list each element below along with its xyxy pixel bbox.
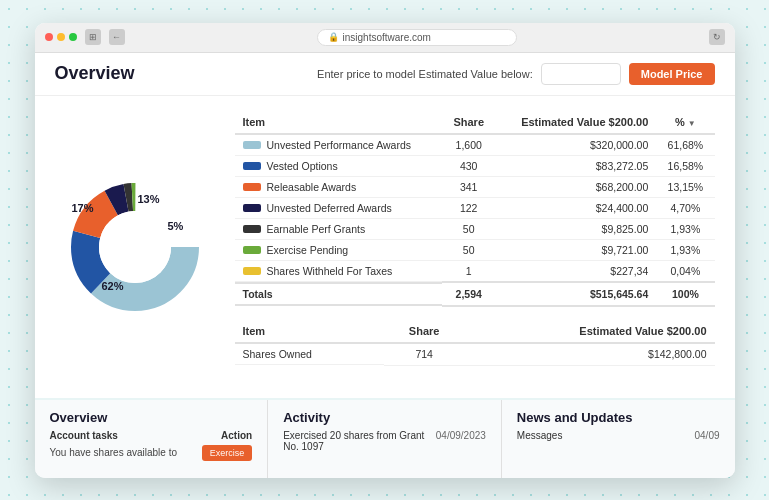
row-value: $227,34 [495, 261, 656, 283]
row-share: 430 [442, 156, 494, 177]
table-row: Shares Owned 714 $142,800.00 [235, 343, 715, 365]
row-share: 50 [442, 219, 494, 240]
browser-window: ⊞ ← 🔒 insightsoftware.com ↻ Overview Ent… [35, 23, 735, 478]
minimize-dot[interactable] [57, 33, 65, 41]
row-value: $9,825.00 [495, 219, 656, 240]
messages-date: 04/09 [694, 430, 719, 441]
row-item: Exercise Pending [235, 240, 443, 261]
col-item: Item [235, 111, 443, 134]
secondary-table-header: Item Share Estimated Value $200.00 [235, 315, 715, 343]
close-dot[interactable] [45, 33, 53, 41]
row-pct: 4,70% [656, 198, 714, 219]
donut-chart: 62% 17% 13% 5% [60, 172, 210, 322]
bottom-news-section: News and Updates Messages 04/09 [502, 400, 735, 478]
news-row: Messages 04/09 [517, 430, 720, 441]
sort-icon: ▼ [688, 119, 696, 128]
row2-share: 714 [384, 343, 465, 365]
maximize-dot[interactable] [69, 33, 77, 41]
row-label: Vested Options [267, 160, 338, 172]
color-swatch [243, 162, 261, 170]
row-item: Earnable Perf Grants [235, 219, 443, 240]
chart-label-17: 17% [72, 202, 94, 214]
row2-value: $142,800.00 [465, 343, 715, 365]
totals-label-text: Totals [243, 288, 273, 300]
address-text: insightsoftware.com [343, 32, 431, 43]
row-label: Earnable Perf Grants [267, 223, 366, 235]
table-row: Unvested Performance Awards 1,600 $320,0… [235, 134, 715, 156]
row-value: $24,400.00 [495, 198, 656, 219]
table-area: Item Share Estimated Value $200.00 % ▼ [235, 111, 715, 383]
bottom-news-title: News and Updates [517, 410, 720, 425]
lock-icon: 🔒 [328, 32, 339, 42]
row-value: $9,721.00 [495, 240, 656, 261]
row-value: $83,272.05 [495, 156, 656, 177]
task-desc: You have shares available to [50, 447, 178, 458]
model-price-input[interactable] [541, 63, 621, 85]
row-pct: 1,93% [656, 219, 714, 240]
col-share: Share [442, 111, 494, 134]
row-value: $68,200.00 [495, 177, 656, 198]
back-button[interactable]: ← [109, 29, 125, 45]
totals-row: Totals 2,594 $515,645.64 100% [235, 282, 715, 306]
row-label: Shares Withheld For Taxes [267, 265, 393, 277]
model-price-area: Enter price to model Estimated Value bel… [317, 63, 714, 85]
row2-item: Shares Owned [235, 344, 384, 365]
col2-share: Share [384, 315, 465, 343]
bottom-overview-section: Overview Account tasks Action You have s… [35, 400, 269, 478]
chart-area: 62% 17% 13% 5% [55, 111, 215, 383]
chart-label-5: 5% [168, 220, 184, 232]
table-row: Vested Options 430 $83,272.05 16,58% [235, 156, 715, 177]
row-share: 1 [442, 261, 494, 283]
row-item: Unvested Performance Awards [235, 135, 443, 156]
main-data-table: Item Share Estimated Value $200.00 % ▼ [235, 111, 715, 308]
color-swatch [243, 225, 261, 233]
row-label: Exercise Pending [267, 244, 349, 256]
row-value: $320,000.00 [495, 134, 656, 156]
messages-label: Messages [517, 430, 563, 441]
row-pct: 13,15% [656, 177, 714, 198]
totals-pct: 100% [656, 282, 714, 306]
col2-estimated-value: Estimated Value $200.00 [465, 315, 715, 343]
totals-share: 2,594 [442, 282, 494, 306]
color-swatch [243, 246, 261, 254]
chart-label-13: 13% [138, 193, 160, 205]
bottom-activity-section: Activity Exercised 20 shares from Grant … [268, 400, 502, 478]
activity-row: Exercised 20 shares from Grant No. 1097 … [283, 430, 486, 452]
tab-icon[interactable]: ⊞ [85, 29, 101, 45]
table-row: Releasable Awards 341 $68,200.00 13,15% [235, 177, 715, 198]
totals-value: $515,645.64 [495, 282, 656, 306]
bottom-overview-title: Overview [50, 410, 253, 425]
col-estimated-value: Estimated Value $200.00 [495, 111, 656, 134]
dashboard-body: 62% 17% 13% 5% Item Share Estimated Valu… [35, 96, 735, 398]
exercise-button[interactable]: Exercise [202, 445, 253, 461]
chart-label-62: 62% [102, 280, 124, 292]
task-row: You have shares available to Exercise [50, 445, 253, 461]
page-title: Overview [55, 63, 135, 84]
table-row: Earnable Perf Grants 50 $9,825.00 1,93% [235, 219, 715, 240]
main-content: Overview Enter price to model Estimated … [35, 53, 735, 478]
browser-chrome: ⊞ ← 🔒 insightsoftware.com ↻ [35, 23, 735, 53]
task-header: Account tasks Action [50, 430, 253, 441]
row-item: Shares Withheld For Taxes [235, 261, 443, 282]
donut-hole [99, 211, 171, 283]
address-bar[interactable]: 🔒 insightsoftware.com [317, 29, 517, 46]
color-swatch [243, 183, 261, 191]
table-header-row: Item Share Estimated Value $200.00 % ▼ [235, 111, 715, 134]
row-pct: 1,93% [656, 240, 714, 261]
model-price-button[interactable]: Model Price [629, 63, 715, 85]
row-item: Releasable Awards [235, 177, 443, 198]
refresh-button[interactable]: ↻ [709, 29, 725, 45]
bottom-activity-title: Activity [283, 410, 486, 425]
table-body: Unvested Performance Awards 1,600 $320,0… [235, 134, 715, 283]
row2-label: Shares Owned [243, 348, 312, 360]
model-price-label: Enter price to model Estimated Value bel… [317, 68, 533, 80]
row-label: Unvested Deferred Awards [267, 202, 392, 214]
totals-label: Totals [235, 282, 443, 306]
row-share: 50 [442, 240, 494, 261]
table-row: Exercise Pending 50 $9,721.00 1,93% [235, 240, 715, 261]
activity-date: 04/09/2023 [436, 430, 486, 452]
col2-item: Item [235, 315, 384, 343]
task-col2: Action [221, 430, 252, 441]
row-pct: 0,04% [656, 261, 714, 283]
row-pct: 61,68% [656, 134, 714, 156]
